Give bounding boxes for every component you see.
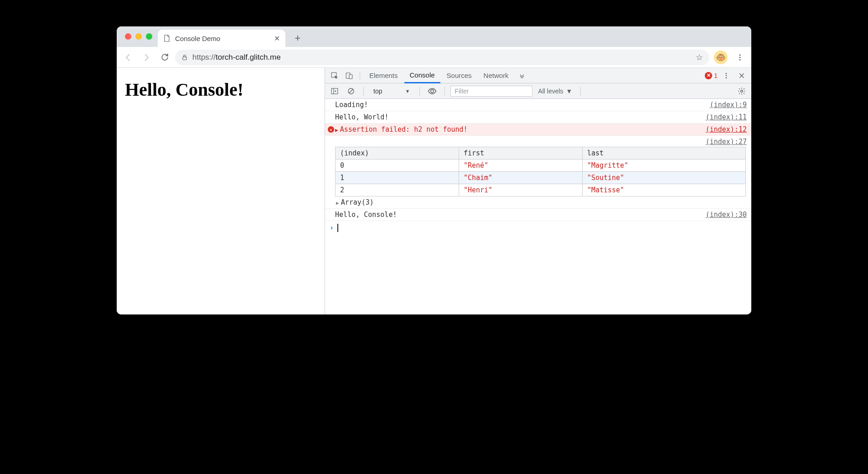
bookmark-icon[interactable]: ☆ xyxy=(696,52,703,62)
console-log-row: Loading! (index):9 xyxy=(325,99,751,111)
devtools-menu-icon[interactable] xyxy=(719,69,733,82)
window-controls xyxy=(125,33,152,40)
svg-point-3 xyxy=(739,59,741,60)
tab-strip: Console Demo ✕ + xyxy=(117,26,751,47)
close-tab-icon[interactable]: ✕ xyxy=(274,34,280,43)
page-heading: Hello, Console! xyxy=(125,79,316,100)
back-button[interactable] xyxy=(120,50,136,65)
log-message: Loading! xyxy=(335,101,705,109)
table-row: 2 "Henri" "Matisse" xyxy=(336,184,746,196)
forward-button[interactable] xyxy=(139,50,154,65)
sidebar-toggle-icon[interactable] xyxy=(328,84,341,98)
console-error-row: ✕ ▶Assertion failed: h2 not found! (inde… xyxy=(325,124,751,136)
error-count-badge[interactable]: ✕1 xyxy=(705,72,718,79)
array-summary[interactable]: ▶Array(3) xyxy=(335,196,747,206)
log-message: ▶Assertion failed: h2 not found! xyxy=(335,125,701,134)
svg-point-9 xyxy=(726,77,727,78)
tab-network[interactable]: Network xyxy=(478,68,514,83)
browser-window: Console Demo ✕ + https://torch-calf.glit… xyxy=(117,26,751,314)
live-expression-icon[interactable] xyxy=(425,84,439,98)
chevron-down-icon: ▼ xyxy=(405,88,410,94)
prompt-icon: › xyxy=(330,224,334,232)
address-bar[interactable]: https://torch-calf.glitch.me ☆ xyxy=(175,50,709,65)
svg-rect-0 xyxy=(183,57,186,59)
console-table-row: (index):27 (index) first last 0 xyxy=(325,136,751,209)
tab-sources[interactable]: Sources xyxy=(441,68,477,83)
log-source-link[interactable]: (index):30 xyxy=(701,211,747,219)
content-area: Hello, Console! Elements Console Sources… xyxy=(117,68,751,314)
log-source-link[interactable]: (index):12 xyxy=(701,125,747,134)
tab-elements[interactable]: Elements xyxy=(364,68,403,83)
clear-console-icon[interactable] xyxy=(344,84,358,98)
menu-button[interactable] xyxy=(732,50,748,65)
tab-console[interactable]: Console xyxy=(404,68,440,83)
chevron-down-icon: ▼ xyxy=(566,88,573,95)
inspect-icon[interactable] xyxy=(328,69,341,82)
log-message: Hello, World! xyxy=(335,113,701,121)
svg-point-2 xyxy=(739,57,741,58)
table-row: 0 "René" "Magritte" xyxy=(336,160,746,172)
tab-title: Console Demo xyxy=(175,35,220,42)
disclosure-triangle-icon[interactable]: ▶ xyxy=(336,200,339,206)
console-settings-icon[interactable] xyxy=(735,84,749,98)
table-header[interactable]: (index) xyxy=(336,147,459,160)
page-viewport: Hello, Console! xyxy=(117,68,325,314)
table-header[interactable]: last xyxy=(582,147,745,160)
log-message: Hello, Console! xyxy=(335,211,701,219)
console-toolbar: top ▼ All levels ▼ xyxy=(325,83,751,99)
console-table: (index) first last 0 "René" "Magritte" xyxy=(335,147,746,196)
url-text: https://torch-calf.glitch.me xyxy=(192,53,281,62)
browser-tab[interactable]: Console Demo ✕ xyxy=(158,30,285,47)
more-tabs-icon[interactable] xyxy=(515,69,529,82)
page-icon xyxy=(163,35,170,42)
profile-avatar[interactable]: 🐵 xyxy=(714,51,728,64)
context-selector[interactable]: top ▼ xyxy=(369,86,414,96)
close-devtools-icon[interactable] xyxy=(735,69,749,82)
reload-button[interactable] xyxy=(157,50,172,65)
svg-point-13 xyxy=(741,90,743,92)
svg-rect-10 xyxy=(331,88,338,94)
svg-point-1 xyxy=(739,54,741,56)
svg-rect-6 xyxy=(349,74,352,78)
lock-icon xyxy=(181,54,188,61)
log-source-link[interactable]: (index):27 xyxy=(335,138,747,147)
table-header[interactable]: first xyxy=(459,147,582,160)
device-toggle-icon[interactable] xyxy=(342,69,356,82)
log-levels-selector[interactable]: All levels ▼ xyxy=(535,88,575,95)
table-row: 1 "Chaim" "Soutine" xyxy=(336,172,746,184)
toolbar: https://torch-calf.glitch.me ☆ 🐵 xyxy=(117,47,751,68)
svg-point-12 xyxy=(431,89,434,93)
console-output: Loading! (index):9 Hello, World! (index)… xyxy=(325,99,751,314)
maximize-window-icon[interactable] xyxy=(146,33,152,40)
console-log-row: Hello, World! (index):11 xyxy=(325,111,751,124)
filter-input[interactable] xyxy=(450,86,532,97)
close-window-icon[interactable] xyxy=(125,33,131,40)
log-source-link[interactable]: (index):9 xyxy=(705,101,747,109)
new-tab-button[interactable]: + xyxy=(290,31,305,46)
error-icon: ✕ xyxy=(328,126,334,133)
svg-point-8 xyxy=(726,75,727,76)
text-cursor xyxy=(337,224,338,232)
log-source-link[interactable]: (index):11 xyxy=(701,113,747,121)
minimize-window-icon[interactable] xyxy=(135,33,142,40)
devtools-tabbar: Elements Console Sources Network ✕1 xyxy=(325,68,751,83)
svg-point-7 xyxy=(726,73,727,74)
disclosure-triangle-icon[interactable]: ▶ xyxy=(335,127,338,133)
console-log-row: Hello, Console! (index):30 xyxy=(325,209,751,221)
console-prompt[interactable]: › xyxy=(325,221,751,235)
devtools-panel: Elements Console Sources Network ✕1 xyxy=(325,68,751,314)
